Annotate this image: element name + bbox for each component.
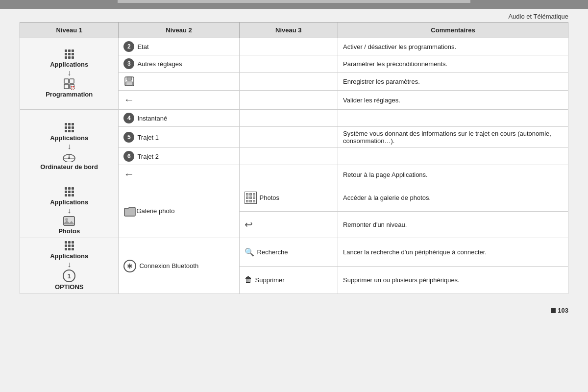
comment-trajet1: Système vous donnant des informations su…: [338, 127, 568, 148]
svg-text:⏰: ⏰: [71, 86, 75, 90]
table-row: Applications ↓ ⏰ Pr: [20, 38, 568, 55]
level3-empty: [239, 38, 338, 55]
level1-content: Applications ↓ 1 OPTIONS: [25, 241, 113, 291]
level1-label2: Ordinateur de bord: [40, 163, 98, 171]
comment-etat: Activer / désactiver les programmations.: [338, 38, 568, 55]
level1-label2: Photos: [58, 227, 80, 235]
level2-instantane-label: Instantané: [137, 115, 167, 122]
comment-back2: Retour à la page Applications.: [338, 165, 568, 184]
back-arrow2-icon: ←: [123, 168, 134, 181]
comment-supprimer: Supprimer un ou plusieurs périphériques.: [338, 266, 568, 294]
comment-back: Valider les réglages.: [338, 91, 568, 110]
level2-autres-label: Autres réglages: [137, 60, 182, 68]
apps-icon: [65, 123, 74, 132]
badge-2: 2: [123, 41, 134, 52]
level3-supprimer-label: Supprimer: [255, 276, 285, 284]
table-row: Applications ↓ Ordinateur de bord 4: [20, 110, 568, 127]
programmation-icon: ⏰: [63, 78, 75, 90]
col-header-level3: Niveau 3: [239, 23, 338, 38]
level3-recherche-label: Recherche: [257, 248, 288, 256]
svg-rect-0: [64, 79, 69, 83]
badge-6: 6: [123, 151, 134, 162]
level2-instantane: 4 Instantané: [119, 110, 239, 127]
arrow-icon: ↓: [67, 69, 71, 77]
svg-rect-1: [70, 79, 74, 83]
badge-3: 3: [123, 58, 134, 69]
footer: 103: [0, 304, 588, 314]
ordinateur-icon: [62, 151, 76, 162]
level3-supprimer: 🗑 Supprimer: [239, 266, 338, 294]
level3-empty: [239, 55, 338, 73]
level1-label1: Applications: [50, 198, 88, 206]
level1-label2: OPTIONS: [55, 283, 84, 291]
comment-save: Enregistrer les paramètres.: [338, 73, 568, 91]
level2-bluetooth: ✱ Connexion Bluetooth: [119, 238, 239, 294]
level1-content: Applications ↓ ⏰ Pr: [25, 49, 113, 98]
level2-trajet2-label: Trajet 2: [137, 153, 159, 160]
level3-empty: [239, 127, 338, 148]
trash-icon: 🗑: [245, 275, 252, 284]
photos-icon: [63, 216, 75, 226]
save-icon: [123, 75, 135, 87]
apps-icon: [65, 187, 74, 196]
comment-recherche: Lancer la recherche d'un périphérique à …: [338, 238, 568, 267]
top-bar: [0, 0, 588, 9]
table-row: Applications ↓ Photos: [20, 184, 568, 212]
level1-content: Applications ↓ Ordinateur de bord: [25, 123, 113, 171]
header-title: Audio et Télématique: [0, 9, 588, 22]
level2-etat-label: Etat: [137, 43, 148, 50]
level2-trajet1-label: Trajet 1: [137, 134, 159, 141]
table-row: Applications ↓ 1 OPTIONS ✱ Connexion Blu…: [20, 238, 568, 267]
level1-label2: Programmation: [46, 91, 93, 98]
svg-rect-8: [126, 82, 133, 85]
badge-1: 1: [63, 270, 75, 282]
comment-photos: Accéder à la galerie de photos.: [338, 184, 568, 212]
back2-icon: ↩: [245, 219, 253, 230]
level3-empty: [239, 165, 338, 184]
level2-trajet1: 5 Trajet 1: [119, 127, 239, 148]
level2-autres: 3 Autres réglages: [119, 55, 239, 73]
svg-point-12: [68, 157, 70, 159]
navigation-table: Niveau 1 Niveau 2 Niveau 3 Commentaires …: [20, 22, 568, 294]
level1-content: Applications ↓ Photos: [25, 187, 113, 235]
level1-photos: Applications ↓ Photos: [20, 184, 119, 238]
bluetooth-icon: ✱: [123, 260, 136, 272]
page-number: 103: [558, 307, 568, 314]
page-title: Audio et Télématique: [508, 13, 568, 20]
level2-save: [119, 73, 239, 91]
level2-etat: 2 Etat: [119, 38, 239, 55]
comment-instantane: [338, 110, 568, 127]
col-header-level2: Niveau 2: [119, 23, 239, 38]
level3-empty: [239, 148, 338, 165]
search-icon: 🔍: [245, 247, 254, 257]
level3-empty: [239, 73, 338, 91]
level2-back: ←: [119, 91, 239, 110]
back-arrow-icon: ←: [123, 94, 134, 106]
black-square-icon: [551, 308, 556, 313]
level3-empty: [239, 110, 338, 127]
level2-trajet2: 6 Trajet 2: [119, 148, 239, 165]
level2-bluetooth-label: Connexion Bluetooth: [139, 262, 198, 270]
level3-back3: ↩: [239, 211, 338, 238]
level1-options: Applications ↓ 1 OPTIONS: [20, 238, 119, 294]
photo-grid-icon: [245, 192, 257, 204]
progress-bar: [118, 0, 470, 3]
comment-back3: Remonter d'un niveau.: [338, 211, 568, 238]
col-header-level1: Niveau 1: [20, 23, 119, 38]
level3-recherche: 🔍 Recherche: [239, 238, 338, 267]
level2-galerie: Galerie photo: [119, 184, 239, 238]
folder-icon: [123, 206, 136, 217]
level1-label1: Applications: [50, 252, 88, 260]
col-header-comments: Commentaires: [338, 23, 568, 38]
level3-photos: Photos: [239, 184, 338, 212]
arrow-icon: ↓: [67, 207, 71, 215]
badge-4: 4: [123, 113, 134, 123]
apps-icon: [65, 241, 74, 250]
svg-rect-7: [127, 77, 132, 80]
comment-trajet2: [338, 148, 568, 165]
level1-programmation: Applications ↓ ⏰ Pr: [20, 38, 119, 110]
badge-5: 5: [123, 132, 134, 143]
svg-rect-2: [64, 84, 69, 89]
level1-ordinateur: Applications ↓ Ordinateur de bord: [20, 110, 119, 184]
level3-photos-label: Photos: [260, 194, 279, 201]
